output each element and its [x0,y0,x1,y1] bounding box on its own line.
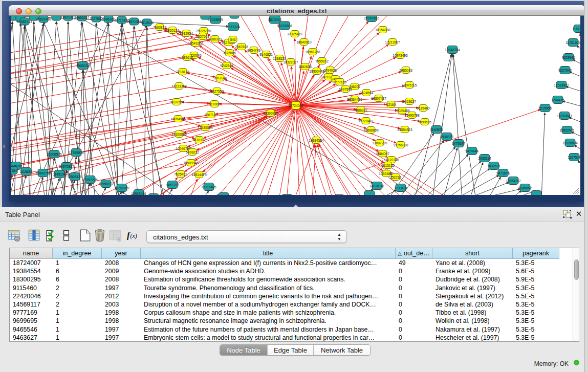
table-row[interactable]: 2242004622012Investigating the contribut… [10,292,573,300]
delete-table-icon[interactable] [93,229,106,242]
column-header-year[interactable]: year [102,248,141,259]
graph-node-label: 9146821 [259,53,273,56]
graph-node-label: 9227343 [558,69,572,72]
graph-node-label: 12505135 [67,175,82,179]
graph-node[interactable] [364,191,375,195]
tab-network-table[interactable]: Network Table [314,345,370,355]
graph-node-label: 9245052 [518,186,532,190]
import-table-icon [108,229,122,242]
table-scrollbar-thumb[interactable] [574,259,579,280]
table-row[interactable]: 1456911722003Disruption of a novel membe… [10,300,573,309]
graph-node[interactable] [219,193,229,195]
cell-in_degree: 2 [53,300,102,309]
graph-node-label: 7485063 [399,69,412,72]
graph-node-label: 25226058 [196,29,211,33]
table-row[interactable]: 1872400712008Changes of HCN gene express… [10,259,573,267]
table-row[interactable]: 911546021997Tourette syndrome. Phenomeno… [10,284,573,292]
graph-node-label: 7632621 [487,164,500,168]
graph-node-label: 7515526 [140,21,154,25]
resize-grip-icon[interactable] [572,187,580,195]
network-window-titlebar[interactable]: citations_edges.txt [9,5,585,16]
graph-node[interactable] [148,194,159,195]
cell-short: Stergiakouli et al. (2012) [432,292,513,300]
table-scrollbar[interactable] [573,248,579,341]
cell-title: Estimation of significance thresholds fo… [141,275,396,283]
graph-node[interactable] [334,195,344,195]
cell-out_de: 49 [396,259,432,267]
graph-node-label: 8186323 [208,37,222,41]
graph-node-label: 7955812 [315,59,329,63]
graph-node-label: 18322037 [283,60,298,64]
column-header-pagerank[interactable]: pagerank [513,248,559,259]
graph-node-label: 19054985 [170,117,186,121]
graph-node-label: 1151744 [572,27,580,31]
table-column-icon[interactable] [27,229,40,242]
cell-pagerank: 5.3E-5 [513,259,559,267]
graph-node-label: 9474444 [465,149,478,153]
sort-ascending-icon: △ [398,251,402,256]
cell-in_degree: 1 [53,309,102,317]
graph-node-label: 10958117 [99,182,114,186]
graph-node-label: 989612 [182,56,193,59]
cell-year: 1998 [102,309,141,317]
graph-node-label: 5578312 [192,138,206,142]
table-row[interactable]: 969969511998Structural magnetic resonanc… [10,317,573,325]
table-row[interactable]: 977716911998Corpus callosum shape and si… [10,309,573,317]
graph-node-label: 20691406 [36,17,51,21]
graph-node-label: 7663822 [153,26,166,29]
table-source-dropdown[interactable]: citations_edges.txt ▲▼ [146,230,347,243]
table-settings-icon[interactable] [7,229,20,242]
graph-node-label: 1615132 [381,164,395,167]
graph-node[interactable] [52,16,61,20]
status-bar: Memory: OK [0,357,584,372]
table-row[interactable]: 946554611997Estimation of the future num… [10,325,573,334]
cell-out_de: 0 [396,292,432,300]
graph-node-label: 11751074 [566,41,580,45]
network-canvas[interactable]: 1405571320691406198213791065325715276026… [11,16,580,195]
graph-node[interactable] [230,16,239,18]
column-header-short[interactable]: short [432,248,513,259]
graph-node-label: 546 [230,38,235,41]
float-panel-icon[interactable] [563,210,572,218]
column-header-name[interactable]: name [10,248,53,259]
cell-name: 9699695 [10,317,53,325]
table-row[interactable]: 1938455462009Genome-wide association stu… [10,267,573,275]
function-builder-icon[interactable]: f(x) [126,229,140,242]
table-panel: Table Panel ✕ f(x) citations_edges.txt ▲… [0,207,584,372]
unselect-all-icon[interactable] [60,229,73,242]
column-header-in_degree[interactable]: in_degree [53,248,102,259]
graph-node-label: 10973493 [393,54,408,57]
tab-edge-table[interactable]: Edge Table [268,345,314,355]
graph-node[interactable] [282,194,292,195]
graph-node-label: 2803144 [213,76,227,80]
table-row[interactable]: 1830029562008Estimation of significance … [10,275,573,283]
graph-node-label: 5684067 [376,152,389,156]
close-panel-icon[interactable]: ✕ [575,209,583,218]
graph-node-label: 16914479 [191,173,207,177]
memory-status-indicator[interactable] [574,360,579,365]
tab-node-table[interactable]: Node Table [220,345,268,355]
graph-node-label: 13807299 [372,141,387,145]
table-row[interactable]: 946362711997Embryonic stem cells: a mode… [10,334,573,342]
cell-in_degree: 1 [53,259,102,267]
graph-node-label: 6497508 [339,87,352,91]
column-header-out_de[interactable]: △out_de… [396,248,432,259]
graph-node-label: 16107554 [169,100,184,104]
column-header-title[interactable]: title [141,248,396,259]
graph-node-label: 1962635 [298,65,312,69]
cell-name: 9777169 [10,309,53,317]
graph-node-label: 20364436 [347,98,362,101]
new-document-icon[interactable] [78,229,92,242]
graph-node-label: 1588520 [273,57,286,60]
select-all-icon[interactable] [45,229,58,242]
graph-node[interactable] [531,191,541,195]
graph-node-label: 16154808 [375,28,390,32]
graph-node-label: 13942757 [35,171,51,175]
graph-node-label: 10033809 [208,18,223,21]
graph-node-label: 2505334 [76,64,90,68]
graph-node-label: 20206576 [47,152,62,156]
west-panel-collapse-icon[interactable] [3,144,5,148]
cell-in_degree: 6 [53,267,102,275]
cell-short: Jankovic et al. (1997) [432,284,513,292]
citation-network-graph[interactable]: 1405571320691406198213791065325715276026… [11,16,580,195]
